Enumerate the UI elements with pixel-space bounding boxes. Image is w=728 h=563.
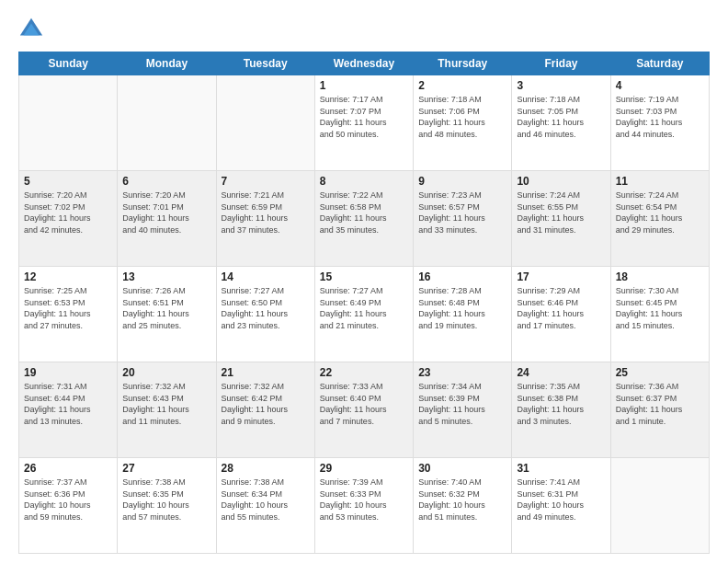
day-number: 26 <box>24 462 112 475</box>
day-info: Sunrise: 7:24 AMSunset: 6:54 PMDaylight:… <box>616 190 704 236</box>
day-info: Sunrise: 7:32 AMSunset: 6:42 PMDaylight:… <box>222 381 310 427</box>
calendar-empty-cell <box>118 75 216 171</box>
calendar-day-16: 16Sunrise: 7:28 AMSunset: 6:48 PMDayligh… <box>414 267 512 362</box>
calendar-day-12: 12Sunrise: 7:25 AMSunset: 6:53 PMDayligh… <box>19 267 118 362</box>
calendar-day-4: 4Sunrise: 7:19 AMSunset: 7:03 PMDaylight… <box>610 75 709 171</box>
day-header-wednesday: Wednesday <box>314 52 413 75</box>
day-number: 23 <box>418 366 506 379</box>
day-number: 12 <box>24 270 112 283</box>
calendar-day-3: 3Sunrise: 7:18 AMSunset: 7:05 PMDaylight… <box>512 75 610 171</box>
calendar-day-23: 23Sunrise: 7:34 AMSunset: 6:39 PMDayligh… <box>414 362 512 458</box>
day-info: Sunrise: 7:25 AMSunset: 6:53 PMDaylight:… <box>24 285 112 331</box>
logo <box>18 17 48 42</box>
day-info: Sunrise: 7:31 AMSunset: 6:44 PMDaylight:… <box>24 381 112 427</box>
day-info: Sunrise: 7:20 AMSunset: 7:01 PMDaylight:… <box>122 190 210 236</box>
calendar-day-26: 26Sunrise: 7:37 AMSunset: 6:36 PMDayligh… <box>19 458 118 554</box>
day-number: 1 <box>320 79 408 92</box>
day-info: Sunrise: 7:37 AMSunset: 6:36 PMDaylight:… <box>24 477 112 523</box>
calendar-empty-cell <box>610 458 709 554</box>
calendar-week-4: 19Sunrise: 7:31 AMSunset: 6:44 PMDayligh… <box>19 362 710 458</box>
calendar-day-7: 7Sunrise: 7:21 AMSunset: 6:59 PMDaylight… <box>216 171 314 267</box>
day-info: Sunrise: 7:34 AMSunset: 6:39 PMDaylight:… <box>418 381 506 427</box>
day-header-monday: Monday <box>118 52 216 75</box>
day-header-friday: Friday <box>512 52 610 75</box>
day-info: Sunrise: 7:27 AMSunset: 6:50 PMDaylight:… <box>222 285 310 331</box>
day-info: Sunrise: 7:24 AMSunset: 6:55 PMDaylight:… <box>517 190 605 236</box>
day-info: Sunrise: 7:41 AMSunset: 6:31 PMDaylight:… <box>517 477 605 523</box>
calendar-day-11: 11Sunrise: 7:24 AMSunset: 6:54 PMDayligh… <box>610 171 709 267</box>
day-number: 3 <box>517 79 605 92</box>
calendar-day-9: 9Sunrise: 7:23 AMSunset: 6:57 PMDaylight… <box>414 171 512 267</box>
day-info: Sunrise: 7:33 AMSunset: 6:40 PMDaylight:… <box>320 381 408 427</box>
day-info: Sunrise: 7:39 AMSunset: 6:33 PMDaylight:… <box>320 477 408 523</box>
day-number: 14 <box>222 270 310 283</box>
day-number: 19 <box>24 366 112 379</box>
day-number: 2 <box>418 79 506 92</box>
day-header-saturday: Saturday <box>610 52 709 75</box>
day-number: 29 <box>320 462 408 475</box>
calendar-empty-cell <box>19 75 118 171</box>
day-header-thursday: Thursday <box>414 52 512 75</box>
calendar-day-2: 2Sunrise: 7:18 AMSunset: 7:06 PMDaylight… <box>414 75 512 171</box>
calendar-day-27: 27Sunrise: 7:38 AMSunset: 6:35 PMDayligh… <box>118 458 216 554</box>
day-info: Sunrise: 7:30 AMSunset: 6:45 PMDaylight:… <box>616 285 704 331</box>
day-info: Sunrise: 7:38 AMSunset: 6:35 PMDaylight:… <box>122 477 210 523</box>
day-number: 7 <box>222 175 310 188</box>
calendar-day-19: 19Sunrise: 7:31 AMSunset: 6:44 PMDayligh… <box>19 362 118 458</box>
calendar-day-18: 18Sunrise: 7:30 AMSunset: 6:45 PMDayligh… <box>610 267 709 362</box>
calendar-day-5: 5Sunrise: 7:20 AMSunset: 7:02 PMDaylight… <box>19 171 118 267</box>
calendar-day-22: 22Sunrise: 7:33 AMSunset: 6:40 PMDayligh… <box>314 362 413 458</box>
day-info: Sunrise: 7:18 AMSunset: 7:05 PMDaylight:… <box>517 94 605 140</box>
day-header-sunday: Sunday <box>19 52 118 75</box>
calendar-day-15: 15Sunrise: 7:27 AMSunset: 6:49 PMDayligh… <box>314 267 413 362</box>
calendar-day-6: 6Sunrise: 7:20 AMSunset: 7:01 PMDaylight… <box>118 171 216 267</box>
calendar-day-25: 25Sunrise: 7:36 AMSunset: 6:37 PMDayligh… <box>610 362 709 458</box>
day-info: Sunrise: 7:38 AMSunset: 6:34 PMDaylight:… <box>222 477 310 523</box>
calendar-day-31: 31Sunrise: 7:41 AMSunset: 6:31 PMDayligh… <box>512 458 610 554</box>
day-number: 28 <box>222 462 310 475</box>
calendar-day-30: 30Sunrise: 7:40 AMSunset: 6:32 PMDayligh… <box>414 458 512 554</box>
calendar-day-17: 17Sunrise: 7:29 AMSunset: 6:46 PMDayligh… <box>512 267 610 362</box>
calendar-day-29: 29Sunrise: 7:39 AMSunset: 6:33 PMDayligh… <box>314 458 413 554</box>
day-header-tuesday: Tuesday <box>216 52 314 75</box>
calendar-week-3: 12Sunrise: 7:25 AMSunset: 6:53 PMDayligh… <box>19 267 710 362</box>
day-info: Sunrise: 7:17 AMSunset: 7:07 PMDaylight:… <box>320 94 408 140</box>
day-number: 25 <box>616 366 704 379</box>
calendar-week-2: 5Sunrise: 7:20 AMSunset: 7:02 PMDaylight… <box>19 171 710 267</box>
calendar-day-8: 8Sunrise: 7:22 AMSunset: 6:58 PMDaylight… <box>314 171 413 267</box>
day-info: Sunrise: 7:26 AMSunset: 6:51 PMDaylight:… <box>122 285 210 331</box>
day-number: 27 <box>122 462 210 475</box>
day-number: 18 <box>616 270 704 283</box>
day-number: 17 <box>517 270 605 283</box>
day-number: 4 <box>616 79 704 92</box>
day-number: 16 <box>418 270 506 283</box>
calendar-week-1: 1Sunrise: 7:17 AMSunset: 7:07 PMDaylight… <box>19 75 710 171</box>
day-info: Sunrise: 7:20 AMSunset: 7:02 PMDaylight:… <box>24 190 112 236</box>
day-number: 20 <box>122 366 210 379</box>
day-info: Sunrise: 7:29 AMSunset: 6:46 PMDaylight:… <box>517 285 605 331</box>
day-number: 10 <box>517 175 605 188</box>
day-info: Sunrise: 7:21 AMSunset: 6:59 PMDaylight:… <box>222 190 310 236</box>
calendar-day-10: 10Sunrise: 7:24 AMSunset: 6:55 PMDayligh… <box>512 171 610 267</box>
day-number: 5 <box>24 175 112 188</box>
day-info: Sunrise: 7:18 AMSunset: 7:06 PMDaylight:… <box>418 94 506 140</box>
day-number: 11 <box>616 175 704 188</box>
day-number: 24 <box>517 366 605 379</box>
day-info: Sunrise: 7:19 AMSunset: 7:03 PMDaylight:… <box>616 94 704 140</box>
day-number: 13 <box>122 270 210 283</box>
day-info: Sunrise: 7:32 AMSunset: 6:43 PMDaylight:… <box>122 381 210 427</box>
day-number: 31 <box>517 462 605 475</box>
page: SundayMondayTuesdayWednesdayThursdayFrid… <box>0 0 728 563</box>
calendar-week-5: 26Sunrise: 7:37 AMSunset: 6:36 PMDayligh… <box>19 458 710 554</box>
calendar-header-row: SundayMondayTuesdayWednesdayThursdayFrid… <box>19 52 710 75</box>
day-number: 6 <box>122 175 210 188</box>
calendar-day-21: 21Sunrise: 7:32 AMSunset: 6:42 PMDayligh… <box>216 362 314 458</box>
logo-icon <box>18 17 44 42</box>
calendar-day-14: 14Sunrise: 7:27 AMSunset: 6:50 PMDayligh… <box>216 267 314 362</box>
day-number: 15 <box>320 270 408 283</box>
day-info: Sunrise: 7:40 AMSunset: 6:32 PMDaylight:… <box>418 477 506 523</box>
day-number: 9 <box>418 175 506 188</box>
day-number: 21 <box>222 366 310 379</box>
header <box>18 17 710 42</box>
day-info: Sunrise: 7:27 AMSunset: 6:49 PMDaylight:… <box>320 285 408 331</box>
